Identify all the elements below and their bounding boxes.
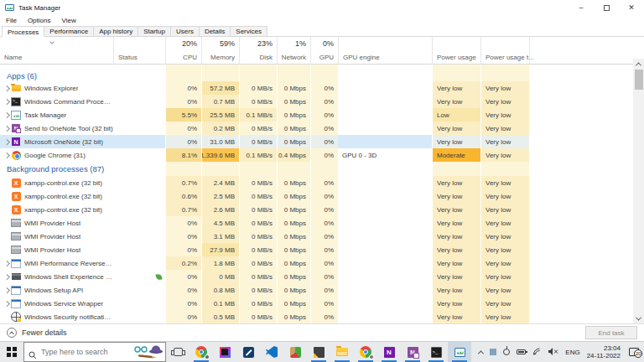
tab-services[interactable]: Services xyxy=(230,26,267,36)
task-view-taskbar-button[interactable] xyxy=(166,342,190,362)
colorful-app-taskbar-button[interactable] xyxy=(283,342,307,362)
end-task-button[interactable]: End task xyxy=(585,326,637,339)
onenote-taskbar-button[interactable] xyxy=(377,342,401,362)
process-row[interactable]: Windows Explorer0%57.2 MB0 MB/s0 Mbps0%V… xyxy=(0,81,633,95)
expand-chevron-icon[interactable] xyxy=(3,288,11,292)
minimize-button[interactable]: – xyxy=(569,0,594,15)
chrome-profile-taskbar-button[interactable] xyxy=(354,342,377,362)
expand-chevron-icon[interactable] xyxy=(3,153,11,158)
cell-gpu_engine xyxy=(338,122,432,135)
process-row[interactable]: WMI Provider Host0%3.1 MB0 MB/s0 Mbps0%V… xyxy=(0,230,633,243)
process-row[interactable]: Windows Security notification i...0%0.5 … xyxy=(0,310,633,323)
menu-options[interactable]: Options xyxy=(28,17,51,24)
chrome-taskbar-button[interactable] xyxy=(190,342,213,362)
tab-startup[interactable]: Startup xyxy=(138,26,171,36)
terminal-icon xyxy=(431,347,442,358)
close-button[interactable]: ✕ xyxy=(619,0,644,15)
column-header-power[interactable]: Power usage xyxy=(432,37,480,64)
tab-app-history[interactable]: App history xyxy=(93,26,138,36)
column-header-cpu[interactable]: 20%CPU xyxy=(165,37,201,64)
column-header-name[interactable]: Name xyxy=(0,37,113,64)
vertical-scrollbar[interactable] xyxy=(633,59,644,323)
group-header[interactable]: Background processes (87) xyxy=(0,162,633,176)
process-name-cell: xampp-control.exe (32 bit) xyxy=(0,203,113,216)
column-header-memory[interactable]: 59%Memory xyxy=(201,37,239,64)
cell-gpu: 0% xyxy=(310,243,338,256)
task-manager-taskbar-button[interactable] xyxy=(448,342,471,362)
sticky-notes-taskbar-button[interactable] xyxy=(307,342,330,362)
column-header-gpu_engine[interactable]: GPU engine xyxy=(338,37,432,64)
process-row[interactable]: Google Chrome (31)8.1%1,339.6 MB0.1 MB/s… xyxy=(0,148,633,162)
expand-chevron-icon[interactable] xyxy=(3,275,11,279)
sysblue-icon xyxy=(11,259,21,268)
tray-overflow-chevron-icon[interactable] xyxy=(478,350,484,356)
file-explorer-taskbar-button[interactable] xyxy=(330,342,354,362)
network-icon[interactable] xyxy=(532,347,542,357)
language-indicator[interactable]: ENG xyxy=(565,349,579,356)
expand-chevron-icon[interactable] xyxy=(3,302,11,306)
process-row[interactable]: Send to OneNote Tool (32 bit)0%0.2 MB0 M… xyxy=(0,122,633,135)
status-cell xyxy=(113,230,165,243)
column-header-disk[interactable]: 23%Disk xyxy=(239,37,277,64)
process-row[interactable]: xampp-control.exe (32 bit)0.6%2.5 MB0 MB… xyxy=(0,189,633,203)
tray-app-icon[interactable] xyxy=(490,349,496,355)
process-row[interactable]: Microsoft OneNote (32 bit)0%31.0 MB0 MB/… xyxy=(0,135,633,148)
process-row[interactable]: Windows Command Processor0%0.7 MB0 MB/s0… xyxy=(0,95,633,108)
row-filler xyxy=(529,189,633,203)
process-row[interactable]: Windows Setup API0%0.8 MB0 MB/s0 Mbps0%V… xyxy=(0,283,633,297)
process-row[interactable]: Task Manager5.5%25.5 MB0.1 MB/s0 Mbps0%L… xyxy=(0,108,633,122)
menu-file[interactable]: File xyxy=(6,17,17,24)
process-row[interactable]: xampp-control.exe (32 bit)0.7%2.6 MB0 MB… xyxy=(0,203,633,216)
column-header-gpu[interactable]: 0%GPU xyxy=(310,37,338,64)
process-row[interactable]: xampp-control.exe (32 bit)0.7%2.4 MB0 MB… xyxy=(0,176,633,189)
vscode-taskbar-button[interactable] xyxy=(260,342,283,362)
taskbar-clock[interactable]: 23:04 24-11-2022 xyxy=(587,344,621,360)
cell-gpu: 0% xyxy=(310,122,338,135)
scroll-up-arrow[interactable] xyxy=(633,59,644,69)
onenote-tool-taskbar-button[interactable] xyxy=(401,342,424,362)
tab-users[interactable]: Users xyxy=(170,26,200,36)
process-row[interactable]: Windows Service Wrapper0%0.1 MB0 MB/s0 M… xyxy=(0,297,633,310)
taskbar-search[interactable] xyxy=(23,342,166,362)
expand-chevron-icon[interactable] xyxy=(3,127,11,131)
group-header[interactable]: Apps (6) xyxy=(0,70,633,81)
restore-button[interactable] xyxy=(594,0,619,15)
volume-muted-icon[interactable] xyxy=(548,348,558,357)
intellij-taskbar-button[interactable] xyxy=(213,342,236,362)
cell-cpu: 0.2% xyxy=(165,256,201,270)
process-name: WMI Provider Host xyxy=(24,246,80,254)
tray-circle-icon[interactable] xyxy=(503,349,510,355)
process-row[interactable]: WMI Performance Reverse Ada...0.2%1.8 MB… xyxy=(0,256,633,270)
action-center-icon[interactable]: 20 xyxy=(629,348,639,356)
expand-chevron-icon[interactable] xyxy=(3,140,11,144)
search-input[interactable] xyxy=(39,347,132,357)
designer-taskbar-button[interactable] xyxy=(236,342,260,362)
cell-network xyxy=(277,162,310,176)
fewer-details-toggle[interactable]: Fewer details xyxy=(7,328,67,338)
scroll-down-arrow[interactable] xyxy=(633,313,644,323)
wmi-icon xyxy=(11,219,21,228)
tab-details[interactable]: Details xyxy=(199,26,231,36)
expand-chevron-icon[interactable] xyxy=(3,86,11,90)
cell-power: Very low xyxy=(432,216,480,230)
start-button[interactable] xyxy=(0,342,23,362)
tab-processes[interactable]: Processes xyxy=(2,26,44,37)
process-row[interactable]: WMI Provider Host0%27.9 MB0 MB/s0 Mbps0%… xyxy=(0,243,633,256)
battery-icon[interactable] xyxy=(517,349,526,354)
column-header-status[interactable]: Status xyxy=(113,37,165,64)
column-label-network: Network xyxy=(282,54,306,61)
process-row[interactable]: Windows Shell Experience Host0%0 MB0 MB/… xyxy=(0,270,633,283)
scroll-thumb[interactable] xyxy=(635,70,643,90)
column-header-network[interactable]: 1%Network xyxy=(277,37,310,64)
process-row[interactable]: WMI Provider Host0%4.5 MB0 MB/s0 Mbps0%V… xyxy=(0,216,633,230)
terminal-taskbar-button[interactable] xyxy=(424,342,448,362)
column-header-power_trend[interactable]: Power usage t... xyxy=(480,37,529,64)
sysblue-icon xyxy=(11,286,21,295)
expand-chevron-icon[interactable] xyxy=(3,261,11,266)
cell-power: Very low xyxy=(432,230,480,243)
expand-chevron-icon[interactable] xyxy=(3,113,11,117)
expand-chevron-icon[interactable] xyxy=(3,100,11,104)
cell-power xyxy=(432,70,480,81)
menu-view[interactable]: View xyxy=(61,17,75,24)
tab-performance[interactable]: Performance xyxy=(44,26,94,36)
